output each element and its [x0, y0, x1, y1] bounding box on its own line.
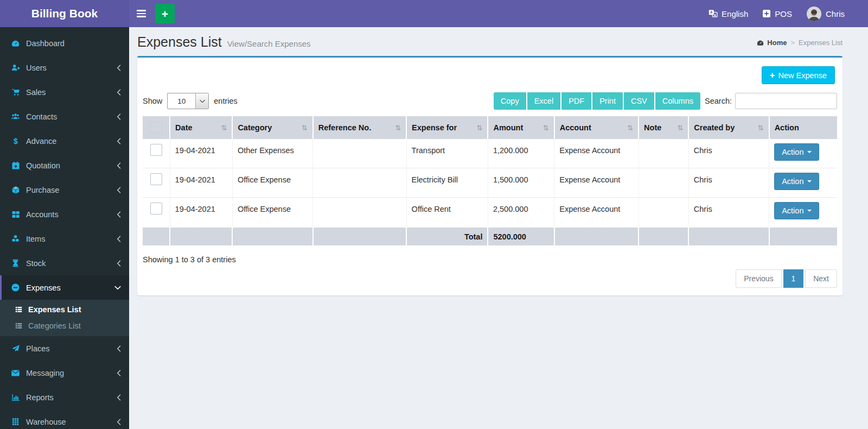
chevron-down-icon — [114, 286, 121, 290]
sidebar-item-items[interactable]: Items — [0, 226, 129, 251]
user-menu[interactable]: Chris — [799, 0, 852, 27]
sidebar-item-warehouse[interactable]: Warehouse — [0, 409, 129, 429]
cell-reference-no — [313, 168, 406, 198]
table-row: 19-04-2021Office ExpenseOffice Rent2,500… — [143, 198, 837, 228]
sidebar-item-sales[interactable]: Sales — [0, 80, 129, 104]
row-checkbox[interactable] — [150, 173, 162, 185]
sidebar-item-label: Expenses — [26, 283, 114, 292]
breadcrumb-separator: > — [790, 39, 795, 47]
dashboard-icon — [10, 39, 21, 48]
sidebar-item-label: Users — [26, 64, 117, 72]
column-header-reference-no[interactable]: Reference No.⇅ — [313, 116, 406, 139]
page-length-select[interactable]: 10 — [167, 93, 209, 109]
footer-cell — [170, 227, 232, 245]
pagination-page-1-button[interactable]: 1 — [783, 269, 804, 288]
sidebar-subitem-categories-list[interactable]: Categories List — [0, 318, 129, 334]
export-pdf-button[interactable]: PDF — [561, 92, 591, 110]
cell-action: Action — [769, 139, 837, 168]
sidebar-item-stock[interactable]: Stock — [0, 251, 129, 275]
sidebar-item-expenses[interactable]: Expenses — [0, 275, 129, 300]
cell-checkbox — [143, 139, 170, 168]
envelope-icon — [10, 369, 21, 377]
sidebar-item-users[interactable]: Users — [0, 55, 129, 80]
cell-date: 19-04-2021 — [170, 198, 232, 228]
export-csv-button[interactable]: CSV — [624, 92, 654, 110]
breadcrumb: Home > Expenses List — [756, 39, 843, 50]
sidebar-item-purchase[interactable]: Purchase — [0, 178, 129, 202]
quick-add-button[interactable]: + — [155, 4, 175, 23]
row-action-button[interactable]: Action — [774, 143, 819, 161]
sidebar: DashboardUsersSalesContacts$AdvanceQuota… — [0, 27, 129, 429]
new-expense-button[interactable]: + New Expense — [762, 66, 835, 84]
sidebar-submenu: Expenses ListCategories List — [0, 300, 129, 336]
breadcrumb-current: Expenses List — [799, 39, 843, 47]
export-print-button[interactable]: Print — [592, 92, 623, 110]
footer-total-amount: 5200.000 — [488, 227, 554, 245]
footer-cell — [769, 227, 837, 245]
sidebar-item-quotation[interactable]: Quotation — [0, 153, 129, 178]
sidebar-item-label: Contacts — [26, 112, 117, 121]
row-checkbox[interactable] — [150, 203, 162, 214]
search-input[interactable] — [735, 93, 837, 109]
column-header-account[interactable]: Account⇅ — [554, 116, 639, 139]
chevron-left-icon — [117, 89, 121, 96]
sidebar-item-label: Places — [26, 344, 117, 353]
app-logo[interactable]: Billing Book — [0, 0, 129, 27]
pagination-previous-button[interactable]: Previous — [736, 269, 781, 288]
chevron-left-icon — [117, 138, 121, 144]
column-header-action[interactable]: Action — [769, 116, 837, 139]
chevron-left-icon — [117, 394, 121, 401]
breadcrumb-home-link[interactable]: Home — [756, 39, 787, 47]
sidebar-item-contacts[interactable]: Contacts — [0, 104, 129, 129]
sidebar-item-label: Advance — [26, 137, 117, 146]
cart-icon — [10, 88, 21, 96]
sidebar-item-places[interactable]: Places — [0, 336, 129, 361]
export-columns-button[interactable]: Columns — [655, 92, 700, 110]
sort-icon: ⇅ — [302, 124, 308, 132]
export-excel-button[interactable]: Excel — [527, 92, 560, 110]
svg-text:a: a — [714, 13, 716, 17]
select-all-checkbox[interactable] — [150, 122, 162, 134]
export-copy-button[interactable]: Copy — [494, 92, 526, 110]
row-checkbox[interactable] — [150, 144, 162, 156]
column-header-created-by[interactable]: Created by⇅ — [688, 116, 769, 139]
row-action-button[interactable]: Action — [774, 202, 819, 219]
column-header-date[interactable]: Date⇅ — [170, 116, 232, 139]
sort-icon: ⇅ — [477, 124, 483, 132]
cell-account: Expense Account — [554, 198, 639, 228]
sidebar-item-advance[interactable]: $Advance — [0, 129, 129, 153]
sidebar-item-label: Reports — [26, 393, 117, 402]
language-icon: Aa — [709, 9, 718, 18]
cell-expense-for: Office Rent — [406, 198, 488, 228]
column-header-category[interactable]: Category⇅ — [232, 116, 312, 139]
navbar-main: + Aa English POS — [129, 0, 868, 27]
sidebar-item-dashboard[interactable]: Dashboard — [0, 31, 129, 55]
column-header-expense-for[interactable]: Expense for⇅ — [406, 116, 488, 139]
minus-circle-icon — [10, 283, 21, 292]
sidebar-item-messaging[interactable]: Messaging — [0, 361, 129, 385]
chevron-left-icon — [117, 260, 121, 267]
cell-created-by: Chris — [688, 168, 769, 198]
chevron-left-icon — [117, 370, 121, 376]
navbar-right: Aa English POS — [701, 0, 868, 27]
language-menu[interactable]: Aa English — [701, 0, 755, 27]
sidebar-toggle-button[interactable] — [129, 0, 153, 27]
caret-down-icon — [807, 210, 812, 212]
chevron-left-icon — [117, 113, 121, 120]
row-action-button[interactable]: Action — [774, 173, 819, 190]
sidebar-item-reports[interactable]: Reports — [0, 385, 129, 409]
pos-button[interactable]: POS — [755, 0, 799, 27]
sidebar-subitem-expenses-list[interactable]: Expenses List — [0, 301, 129, 318]
pagination-next-button[interactable]: Next — [805, 269, 837, 288]
hamburger-icon — [137, 10, 146, 11]
column-header-amount[interactable]: Amount⇅ — [488, 116, 554, 139]
column-header-note[interactable]: Note⇅ — [639, 116, 688, 139]
sidebar-item-label: Stock — [26, 259, 117, 268]
sidebar-item-accounts[interactable]: Accounts — [0, 202, 129, 226]
cell-note — [639, 198, 688, 228]
cell-note — [639, 168, 688, 198]
table-row: 19-04-2021Other ExpensesTransport1,200.0… — [143, 139, 837, 168]
cell-amount: 1,500.000 — [488, 168, 554, 198]
footer-cell — [232, 227, 312, 245]
sort-icon: ⇅ — [627, 124, 633, 132]
